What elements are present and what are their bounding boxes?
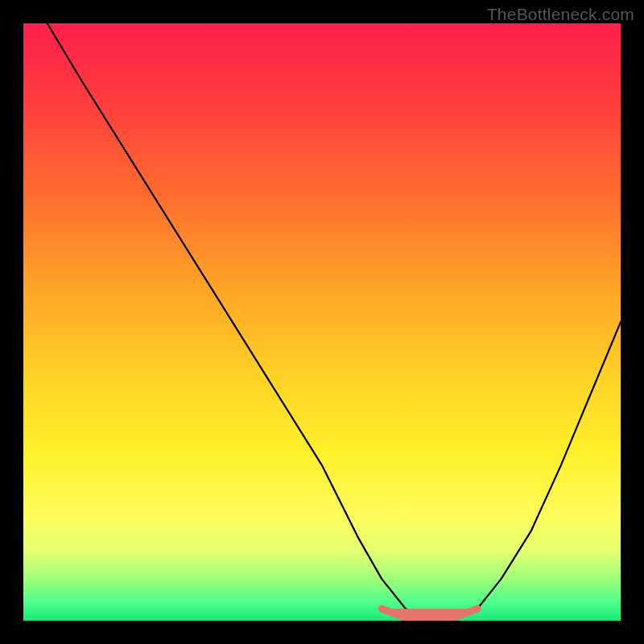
curve-svg [23, 23, 621, 621]
chart-frame: TheBottleneck.com [0, 0, 644, 644]
watermark-text: TheBottleneck.com [487, 5, 634, 24]
optimal-zone-marker [382, 609, 477, 621]
plot-area [23, 23, 621, 621]
bottleneck-curve [47, 23, 621, 621]
